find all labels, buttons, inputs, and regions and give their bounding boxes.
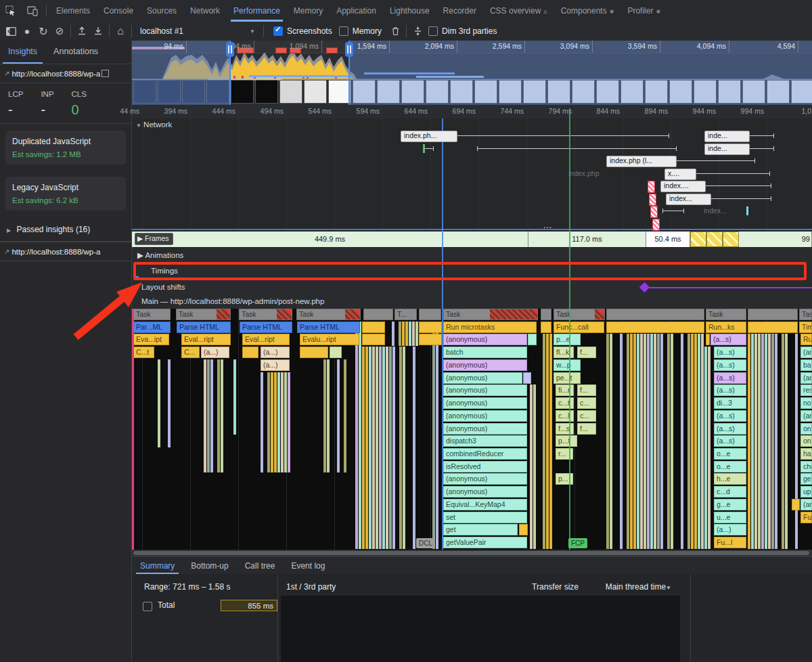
flame-bar[interactable] — [606, 309, 704, 320]
tab-css-overview[interactable]: CSS overviewΔ — [483, 1, 554, 22]
flame-bar[interactable]: (a...s) — [714, 347, 746, 358]
flame-bar[interactable] — [792, 499, 800, 510]
flame-bar[interactable]: c...l — [556, 410, 574, 422]
flame-bar[interactable]: set — [443, 512, 527, 523]
flame-bar[interactable]: Fu...l — [714, 537, 746, 548]
network-request[interactable]: index.... — [660, 181, 706, 192]
flame-bar[interactable] — [541, 322, 551, 333]
flame-bar[interactable]: C... — [181, 347, 200, 358]
passed-insights-toggle[interactable]: ▶ Passed insights (16) — [0, 217, 131, 242]
flame-bar[interactable]: w...p — [554, 359, 581, 371]
frames-section-header[interactable]: ▶ Frames — [135, 233, 173, 245]
flame-bar[interactable] — [748, 309, 798, 320]
flame-bar[interactable]: Task — [296, 309, 361, 320]
flame-bar[interactable]: f... — [577, 347, 596, 358]
flame-bar[interactable]: T... — [394, 309, 417, 320]
flame-bar[interactable]: Fu — [800, 512, 812, 523]
flame-bar[interactable]: o...e — [714, 448, 746, 460]
timing-marker-badge[interactable]: DCL — [416, 538, 435, 548]
device-toolbar-icon[interactable] — [26, 4, 39, 18]
flame-bar[interactable]: g...e — [714, 499, 746, 510]
save-profile-icon[interactable] — [90, 24, 106, 39]
flame-bar[interactable]: res — [800, 384, 812, 396]
bottom-tab-bottom-up[interactable]: Bottom-up — [183, 558, 236, 575]
column-main-thread-header[interactable]: Main thread time▼ — [587, 582, 671, 592]
network-section-header[interactable]: ▼ Network — [136, 120, 172, 129]
flame-bar[interactable] — [300, 347, 328, 358]
flame-bar[interactable]: c... — [577, 397, 596, 409]
tab-performance[interactable]: Performance — [227, 1, 287, 22]
flame-bar[interactable] — [419, 322, 442, 333]
flame-bar[interactable] — [528, 334, 537, 345]
animations-row[interactable] — [132, 248, 812, 263]
flame-bar[interactable]: pe...t — [554, 372, 581, 384]
flame-bar[interactable]: Task — [554, 309, 605, 320]
frame-partial[interactable] — [723, 231, 739, 247]
screenshot-thumb[interactable] — [231, 80, 254, 104]
flame-bar[interactable]: Eval...ript — [242, 334, 290, 345]
record-button[interactable]: ● — [19, 24, 35, 39]
flame-bar[interactable]: c...d — [714, 486, 746, 498]
flame-bar[interactable]: (an — [800, 347, 812, 358]
flame-bar[interactable]: (a...s) — [714, 423, 746, 435]
flame-bar[interactable] — [748, 322, 798, 333]
tab-components[interactable]: Components✱ — [554, 1, 621, 22]
bottom-tab-summary[interactable]: Summary — [132, 558, 183, 575]
flame-bar[interactable] — [541, 309, 551, 320]
flame-bar[interactable]: Equival...KeyMap4 — [443, 499, 527, 510]
flame-bar[interactable]: (a...s) — [714, 410, 746, 422]
garbage-collect-icon[interactable] — [387, 24, 403, 39]
frame-band[interactable]: 99 — [739, 231, 812, 247]
inspect-element-icon[interactable] — [4, 4, 18, 18]
flame-bar[interactable]: (anonymous) — [443, 334, 527, 345]
flame-bar[interactable]: (anonymous) — [443, 423, 527, 435]
flame-bar[interactable] — [606, 322, 704, 333]
flame-bar[interactable] — [362, 322, 385, 333]
flame-bar[interactable]: o...e — [714, 461, 746, 472]
flame-bar[interactable]: f... — [577, 384, 596, 396]
flame-bar[interactable]: Tas — [799, 309, 812, 320]
flame-bar[interactable]: (an — [800, 499, 812, 510]
flame-bar[interactable] — [363, 309, 393, 320]
tab-application[interactable]: Application — [330, 1, 383, 22]
profile-select[interactable]: localhost #1 ▼ — [135, 26, 261, 36]
screenshot-thumb[interactable] — [328, 80, 351, 104]
flame-bar[interactable]: (a...s) — [714, 372, 746, 384]
metric-lcp[interactable]: LCP - — [8, 90, 23, 118]
render-blocking-request[interactable] — [650, 206, 658, 218]
flame-bar[interactable]: (anonymous) — [443, 372, 522, 384]
home-icon[interactable]: ⌂ — [112, 24, 129, 39]
insights-url-top[interactable]: ↗ http://localhost:8888/wp-a — [0, 64, 131, 83]
frame-band[interactable]: 117.0 ms — [528, 231, 646, 247]
network-request[interactable]: x.... — [664, 169, 696, 180]
flame-bar[interactable]: (anonymous) — [443, 397, 527, 409]
flame-bar[interactable]: (anonymous) — [443, 410, 527, 422]
flame-bar[interactable]: fi...r — [556, 384, 574, 396]
flame-bar[interactable]: (anonymous) — [443, 384, 527, 396]
flame-bar[interactable]: p... — [556, 473, 573, 485]
selection-handle[interactable] — [226, 42, 234, 57]
insights-url-bottom[interactable]: ↗ http://localhost:8888/wp-a — [0, 242, 131, 261]
insight-card-duplicated-js[interactable]: Duplicated JavaScript Est savings: 1.2 M… — [5, 131, 126, 164]
flame-bar[interactable]: Task — [239, 309, 292, 320]
tab-elements[interactable]: Elements — [49, 1, 97, 22]
flame-bar[interactable]: (a...) — [261, 359, 290, 371]
screenshots-checkbox[interactable] — [273, 26, 283, 36]
flame-bar[interactable] — [523, 372, 531, 384]
flame-bar[interactable]: Eval...ript — [181, 334, 231, 345]
flame-bar[interactable]: Parse HTML — [240, 322, 292, 333]
flame-bar[interactable]: f... — [577, 423, 596, 435]
flame-bar[interactable]: up — [800, 486, 812, 498]
flame-bar[interactable]: h...e — [714, 473, 746, 485]
flame-bar[interactable]: on — [800, 423, 812, 435]
flame-bar[interactable]: Evalu...ript — [300, 334, 359, 345]
flame-bar[interactable] — [330, 347, 342, 358]
metric-cls[interactable]: CLS 0 — [72, 90, 87, 118]
flame-bar[interactable]: (a...s) — [714, 384, 746, 396]
flame-bar[interactable]: Func...call — [554, 322, 604, 333]
flame-bar[interactable]: (a...s) — [714, 435, 746, 447]
tab-console[interactable]: Console — [97, 1, 140, 22]
flame-bar[interactable]: che — [800, 461, 812, 472]
network-request[interactable]: inde... — [704, 131, 750, 142]
flame-scrollbar-thumb[interactable] — [133, 551, 809, 555]
